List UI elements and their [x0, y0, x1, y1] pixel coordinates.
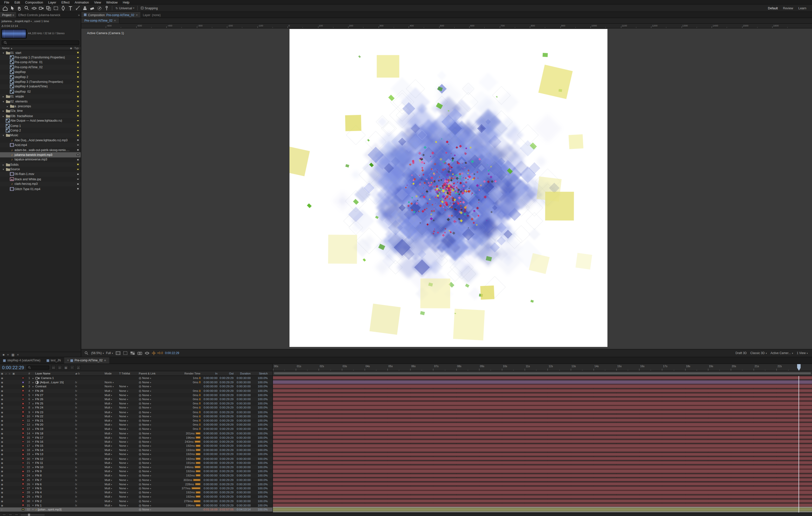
layer-toggles[interactable]: ◉	[0, 495, 21, 498]
zoom-tool[interactable]	[23, 5, 30, 11]
out-value[interactable]: 0:00:29:29	[218, 478, 234, 481]
project-item[interactable]: ♪ Abe Duq...Acid (www.lightaudio.ru).mp3	[0, 138, 81, 143]
out-value[interactable]: 0:00:29:29	[218, 491, 234, 494]
current-time-indicator[interactable]	[799, 376, 799, 513]
duration-value[interactable]: 0:00:30:00	[234, 398, 251, 401]
trkmat-select[interactable]: None ▾	[119, 423, 139, 426]
layer-toggles[interactable]: ◉	[0, 491, 21, 494]
project-item[interactable]: ▾ 02_elements	[0, 99, 81, 104]
layer-name[interactable]: FN 14	[35, 449, 72, 452]
layer-name[interactable]: FN 24	[35, 406, 72, 409]
layer-row[interactable]: ◉ 18 ▸ FN 14 fx Mult ▾ None ▾ ◎ None ▾ 1…	[0, 448, 272, 452]
layer-duration-bar[interactable]	[273, 414, 812, 418]
maskrect-tool[interactable]	[52, 5, 59, 11]
duration-value[interactable]: 0:00:30:00	[234, 376, 251, 379]
duration-value[interactable]: 0:00:30:00	[234, 427, 251, 430]
layer-row[interactable]: ◉ 17 ▸ FN 15 fx Mult ▾ None ▾ ◎ None ▾ 1…	[0, 444, 272, 448]
layer-switches[interactable]: fx	[72, 398, 105, 401]
layer-color-chip[interactable]	[22, 436, 24, 438]
project-item[interactable]: ▸ Solids	[0, 162, 81, 167]
trkmat-select[interactable]: None ▾	[119, 495, 139, 498]
stretch-value[interactable]: 100.0%	[251, 453, 268, 456]
duration-value[interactable]: 0:00:30:00	[234, 491, 251, 494]
layer-color-chip[interactable]	[22, 432, 24, 434]
label-color-chip[interactable]	[77, 76, 79, 78]
layer-switches[interactable]: fx	[72, 453, 105, 456]
out-value[interactable]: 0:00:29:29	[218, 402, 234, 405]
twirl-icon[interactable]: ▸	[31, 483, 35, 485]
out-value[interactable]: 0:00:29:29	[218, 406, 234, 409]
col-layer-name[interactable]: Layer Name	[35, 372, 72, 375]
layer-color-chip[interactable]	[22, 381, 24, 383]
duration-value[interactable]: 0:00:30:00	[234, 478, 251, 481]
layer-row[interactable]: ◉ 29 ▸ FN 3 fx Mult ▾ None ▾ ◎ None ▾ 19…	[0, 495, 272, 499]
layer-switches[interactable]: fx	[72, 406, 105, 409]
label-color-chip[interactable]	[77, 159, 79, 161]
layer-duration-bar[interactable]	[273, 435, 812, 439]
eye-icon[interactable]: ◉	[1, 453, 3, 456]
layer-name[interactable]: FN 20	[35, 423, 72, 426]
menu-edit[interactable]: Edit	[12, 0, 23, 4]
chevron-right-icon[interactable]: ▸	[1, 163, 5, 166]
project-item[interactable]: Black and White.jpg	[0, 176, 81, 181]
project-item[interactable]: stepRep	[0, 70, 81, 75]
stretch-value[interactable]: 100.0%	[251, 381, 268, 384]
trkmat-select[interactable]: None ▾	[119, 449, 139, 452]
layer-name[interactable]: FN 19	[35, 427, 72, 430]
layer-switches[interactable]: fx	[72, 393, 105, 396]
layer-name[interactable]: FN 17	[35, 436, 72, 439]
trkmat-select[interactable]: None ▾	[119, 389, 139, 392]
layer-row[interactable]: ◉ 6 ▸ FN 26 fx Mult ▾ None ▾ ◎ None ▾ 0m…	[0, 397, 272, 401]
parent-link-select[interactable]: ◎ None ▾	[139, 499, 173, 503]
stretch-value[interactable]: 100.0%	[251, 444, 268, 447]
twirl-icon[interactable]: ▸	[31, 445, 35, 447]
col-number[interactable]: #	[25, 372, 31, 375]
layer-duration-bar[interactable]	[273, 504, 812, 507]
trkmat-select[interactable]: None ▾	[119, 457, 139, 460]
out-value[interactable]: 0:00:29:29	[218, 385, 234, 388]
label-color-chip[interactable]	[77, 178, 79, 180]
project-item[interactable]: ♪ adam-be...walk-out-patrik-skoog-remix.…	[0, 148, 81, 152]
stretch-value[interactable]: 100.0%	[251, 440, 268, 443]
in-value[interactable]: 0:00:00:00	[202, 432, 218, 435]
layer-name[interactable]: FN 10	[35, 465, 72, 468]
parent-link-select[interactable]: ◎ None ▾	[139, 504, 173, 507]
timeline-zoom-slider[interactable]	[21, 515, 45, 515]
layer-name[interactable]: FN 2	[35, 499, 72, 503]
layer-duration-bar[interactable]	[273, 482, 812, 486]
eye-icon[interactable]: ◉	[1, 483, 3, 486]
twirl-icon[interactable]: ▸	[31, 440, 35, 443]
layer-color-chip[interactable]	[22, 462, 24, 464]
layer-name[interactable]: ♪[julian...spirit.mp3]	[35, 508, 72, 511]
layer-name[interactable]: FN 7	[35, 478, 72, 481]
new-comp-icon[interactable]: ▩	[11, 352, 14, 356]
twirl-icon[interactable]: ▸	[31, 491, 35, 494]
project-item[interactable]: Comp 2	[0, 128, 81, 133]
time-ruler[interactable]: 00s01s02s03s04s05s06s07s08s09s10s11s12s1…	[273, 364, 812, 371]
tab-layer[interactable]: Layer (none)	[140, 12, 163, 18]
layer-row[interactable]: ◉ 28 ▸ FN 4 fx Mult ▾ None ▾ ◎ None ▾ 19…	[0, 490, 272, 495]
layer-toggles[interactable]: ◉	[0, 449, 21, 452]
mode-select[interactable]: Mult ▾	[105, 398, 119, 401]
project-item[interactable]: stepRep 3 (Transforming Properties)	[0, 79, 81, 84]
label-color-chip[interactable]	[77, 105, 79, 107]
label-color-chip[interactable]	[77, 153, 79, 156]
mode-select[interactable]: Mult ▾	[105, 461, 119, 464]
mode-select[interactable]: Mult ▾	[105, 440, 119, 443]
layer-toggles[interactable]: ◉	[0, 487, 21, 490]
out-value[interactable]: 0:00:29:29	[218, 389, 234, 392]
parent-link-select[interactable]: ◎ None ▾	[139, 508, 173, 511]
layer-name[interactable]: FN 8	[35, 474, 72, 477]
stretch-value[interactable]: 100.0%	[251, 436, 268, 439]
layer-toggles[interactable]: ◉	[0, 483, 21, 486]
parent-link-select[interactable]: ◎ None ▾	[139, 389, 173, 392]
layer-toggles[interactable]: ◉	[0, 457, 21, 460]
renderer-dropdown[interactable]: Classic 3D▾	[750, 351, 767, 354]
layer-name[interactable]: FN 22	[35, 414, 72, 418]
layer-row[interactable]: ◉ 19 ▸ FN 13 fx Mult ▾ None ▾ ◎ None ▾ 1…	[0, 452, 272, 457]
in-value[interactable]: 0:00:00:00	[202, 449, 218, 452]
layer-duration-bar[interactable]	[273, 406, 812, 409]
layer-toggles[interactable]: ◉	[0, 381, 21, 384]
comp-mini-tab[interactable]: Pre-comp AtTime_02 ×	[81, 18, 119, 23]
eye-icon[interactable]: ◉	[1, 495, 3, 498]
